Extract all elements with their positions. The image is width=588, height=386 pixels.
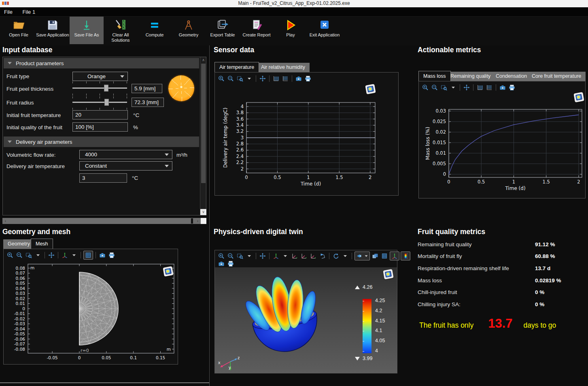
mesh-plot[interactable]: -0.0500.050.10.150.080.070.060.050.040.0… (4, 262, 178, 364)
scroll-right-arrow[interactable]: › (195, 218, 201, 224)
fruit-radius-slider[interactable] (72, 99, 127, 106)
export-table-button[interactable]: Export Table (206, 17, 240, 44)
zoom-extents-icon[interactable] (259, 252, 267, 260)
tab-remaining-quality[interactable]: Remaining quality (446, 72, 495, 81)
snapshot-camera-icon[interactable] (217, 260, 225, 268)
delivery-air-parameters-header[interactable]: Delivery air parameters (4, 136, 199, 147)
rotate-view-icon[interactable] (332, 252, 340, 260)
delivery-air-temperature-input[interactable]: 3 (79, 173, 127, 183)
chevron-down-icon[interactable] (245, 252, 253, 260)
snapshot-camera-icon[interactable] (98, 251, 106, 259)
slider-thumb[interactable] (104, 85, 108, 92)
view-yz-icon[interactable] (300, 252, 308, 260)
chevron-down-icon[interactable] (245, 75, 253, 83)
air-temperature-chart[interactable]: 00.511.5222.22.42.62.833.23.43.63.84Time… (215, 85, 398, 195)
create-report-button[interactable]: Create Report (240, 17, 274, 44)
fruit-peel-thickness-value[interactable]: 5.9 [mm] (132, 84, 162, 93)
fruit-peel-thickness-slider[interactable] (72, 85, 127, 92)
y-axis-log-icon[interactable] (272, 75, 280, 83)
fruit-radius-value[interactable]: 72.3 [mm] (132, 98, 164, 107)
axis-orientation-icon[interactable] (272, 252, 280, 260)
bottom-splitter[interactable] (0, 382, 209, 383)
zoom-out-icon[interactable] (227, 75, 235, 83)
scroll-up-arrow[interactable]: ∧ (200, 57, 206, 63)
print-icon[interactable] (508, 83, 516, 92)
print-icon[interactable] (227, 260, 235, 268)
grid-icon[interactable] (380, 252, 388, 260)
initial-fruit-temperature-input[interactable]: 20 (72, 110, 128, 119)
save-file-as-button[interactable]: Save File As (70, 17, 104, 44)
play-button[interactable]: Play (274, 17, 308, 44)
scroll-down-arrow[interactable]: ∨ (200, 209, 206, 215)
zoom-extents-icon[interactable] (259, 75, 267, 83)
geometry-button[interactable]: Geometry (172, 17, 206, 44)
perspective-icon[interactable] (318, 252, 327, 260)
print-icon[interactable] (304, 75, 312, 83)
x-axis-log-icon[interactable] (485, 83, 493, 92)
show-legend-toggle[interactable] (401, 252, 410, 260)
column-divider[interactable] (209, 45, 210, 386)
delivery-air-temperature-select[interactable]: Constant (79, 161, 172, 171)
tab-air-relative-humidity[interactable]: Air relative humidity (257, 63, 310, 72)
product-parameters-header[interactable]: Product parameters (4, 58, 199, 68)
chevron-down-icon[interactable] (34, 251, 42, 259)
transparency-icon[interactable] (371, 252, 379, 260)
zoom-in-icon[interactable] (6, 251, 14, 259)
x-axis-log-icon[interactable] (281, 75, 289, 83)
zoom-box-icon[interactable] (236, 252, 244, 260)
horizontal-scrollbar[interactable]: ‹ › (2, 218, 206, 224)
digital-twin-viewport[interactable]: 4.26 4.254.24.154.14.054 3.99 x y z (215, 267, 397, 373)
scroll-left-arrow[interactable]: ‹ (2, 218, 8, 224)
zoom-in-icon[interactable] (421, 83, 429, 92)
zoom-box-icon[interactable] (25, 251, 33, 259)
scrollbar-thumb[interactable] (8, 218, 195, 224)
zoom-extents-icon[interactable] (47, 251, 55, 259)
slider-thumb[interactable] (104, 99, 109, 106)
chevron-down-icon[interactable] (363, 252, 369, 260)
tab-mesh[interactable]: Mesh (31, 239, 53, 249)
tab-geometry[interactable]: Geometry (3, 239, 34, 249)
zoom-in-icon[interactable] (217, 75, 225, 83)
tab-core-fruit-temperature[interactable]: Core fruit temperature (527, 72, 586, 81)
print-icon[interactable] (108, 251, 116, 259)
svg-text:m: m (167, 347, 171, 352)
zoom-box-icon[interactable] (236, 75, 244, 83)
fruit-quality-title: Fruit quality metrics (418, 228, 485, 236)
tab-condensation[interactable]: Condensation (491, 72, 531, 81)
snapshot-camera-icon[interactable] (499, 83, 507, 92)
chevron-down-icon[interactable] (281, 252, 289, 260)
tab-air-temperature[interactable]: Air temperature (214, 62, 259, 72)
zoom-box-icon[interactable] (440, 83, 448, 92)
menu-file[interactable]: File (0, 7, 17, 17)
warning-prefix: The fruit has only (419, 321, 473, 330)
zoom-out-icon[interactable] (431, 83, 439, 92)
chevron-down-icon[interactable] (449, 83, 457, 92)
scene-light-toggle[interactable] (354, 252, 370, 260)
svg-text:0.03: 0.03 (16, 291, 25, 296)
zoom-out-icon[interactable] (15, 251, 23, 259)
fruit-type-select[interactable]: Orange (72, 72, 128, 81)
vertical-scrollbar[interactable]: ∧ ∨ (200, 57, 206, 215)
svg-text:-0.01: -0.01 (14, 311, 25, 316)
save-application-button[interactable]: Save Application (36, 17, 70, 44)
view-xy-icon[interactable] (291, 252, 299, 260)
show-grid-toggle[interactable] (83, 251, 93, 260)
open-file-button[interactable]: Open File (2, 17, 36, 44)
snapshot-camera-icon[interactable] (295, 75, 303, 83)
scrollbar-thumb[interactable] (201, 64, 206, 183)
chevron-down-icon[interactable] (70, 251, 78, 259)
volumetric-flow-rate-select[interactable]: 4000 (79, 150, 172, 159)
menu-file-1[interactable]: File 1 (18, 7, 39, 17)
view-xz-icon[interactable] (309, 252, 317, 260)
axis-orientation-icon[interactable] (61, 251, 69, 259)
mass-loss-chart[interactable]: 00.511.5200.0050.010.0150.020.0250.03Tim… (419, 93, 585, 198)
chevron-down-icon[interactable] (341, 252, 349, 260)
show-axis-toggle[interactable] (390, 252, 399, 260)
compute-button[interactable]: Compute (138, 17, 172, 44)
initial-quality-input[interactable]: 100 [%] (72, 122, 128, 132)
clear-all-solutions-button[interactable]: Clear All Solutions (104, 17, 138, 44)
zoom-extents-icon[interactable] (463, 83, 471, 92)
tab-mass-loss[interactable]: Mass loss (418, 71, 451, 81)
y-axis-log-icon[interactable] (476, 83, 484, 92)
exit-application-button[interactable]: Exit Application (308, 17, 342, 44)
